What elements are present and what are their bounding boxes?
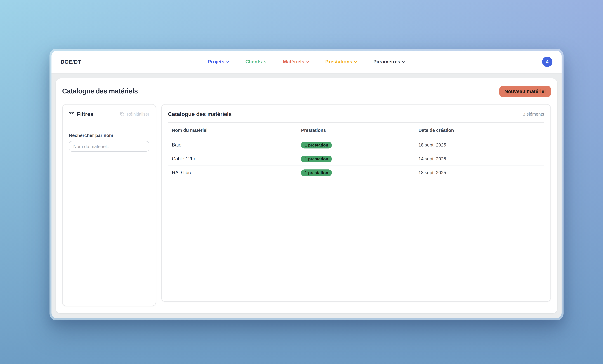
filters-header: Filtres Réinitialiser: [69, 111, 149, 117]
main-nav: Projets Clients Matériels Prestations: [208, 51, 406, 73]
table-row[interactable]: Baie 1 prestation 18 sept. 2025: [168, 138, 544, 152]
page-header: Catalogue des matériels Nouveau matériel: [62, 86, 551, 97]
search-input[interactable]: [69, 141, 149, 152]
user-avatar[interactable]: A: [542, 57, 552, 67]
nav-item-prestations[interactable]: Prestations: [325, 59, 358, 65]
prestations-cell: 1 prestation: [301, 169, 418, 176]
filters-reset-label: Réinitialiser: [127, 112, 149, 116]
prestations-cell: 1 prestation: [301, 142, 418, 148]
table-header-row: Nom du matériel Prestations Date de créa…: [168, 123, 544, 138]
reset-refresh-icon: [120, 112, 124, 116]
table-row[interactable]: RAD fibre 1 prestation 18 sept. 2025: [168, 166, 544, 179]
desktop-background: DOE/DT Projets Clients Matériels: [0, 0, 603, 364]
nav-item-projets[interactable]: Projets: [208, 59, 230, 65]
material-name: Baie: [168, 142, 301, 148]
nav-item-clients[interactable]: Clients: [245, 59, 267, 65]
nav-item-label: Matériels: [283, 59, 304, 65]
filters-title: Filtres: [77, 111, 93, 117]
chevron-down-icon: [354, 60, 358, 64]
page-title: Catalogue des matériels: [62, 88, 138, 95]
nav-item-label: Projets: [208, 59, 224, 65]
creation-date: 18 sept. 2025: [418, 143, 544, 147]
nav-item-parametres[interactable]: Paramètres: [373, 59, 406, 65]
filters-reset-button[interactable]: Réinitialiser: [120, 112, 149, 116]
filters-divider: [69, 123, 149, 123]
page-body: Catalogue des matériels Nouveau matériel…: [51, 73, 562, 318]
top-navbar: DOE/DT Projets Clients Matériels: [51, 51, 562, 73]
material-name: Cable 12Fo: [168, 156, 301, 161]
table-row[interactable]: Cable 12Fo 1 prestation 14 sept. 2025: [168, 152, 544, 166]
filter-funnel-icon: [69, 112, 74, 117]
catalog-title: Catalogue des matériels: [168, 111, 232, 117]
chevron-down-icon: [264, 60, 267, 64]
material-name: RAD fibre: [168, 170, 301, 175]
column-header-prestations: Prestations: [301, 128, 418, 133]
column-header-name: Nom du matériel: [168, 128, 301, 133]
app-window: DOE/DT Projets Clients Matériels: [49, 49, 564, 320]
nav-item-materiels[interactable]: Matériels: [283, 59, 310, 65]
catalog-panel: Catalogue des matériels 3 éléments Nom d…: [161, 104, 551, 302]
brand-logo[interactable]: DOE/DT: [61, 59, 81, 65]
creation-date: 18 sept. 2025: [418, 170, 544, 175]
main-content-card: Catalogue des matériels Nouveau matériel…: [56, 78, 557, 313]
items-count: 3 éléments: [523, 112, 544, 116]
app-window-inner: DOE/DT Projets Clients Matériels: [51, 51, 562, 318]
chevron-down-icon: [402, 60, 406, 64]
filters-title-wrap: Filtres: [69, 111, 93, 117]
prestations-cell: 1 prestation: [301, 156, 418, 162]
chevron-down-icon: [226, 60, 230, 64]
catalog-header: Catalogue des matériels 3 éléments: [168, 111, 544, 117]
search-by-name-label: Rechercher par nom: [69, 133, 149, 138]
prestations-badge: 1 prestation: [301, 169, 332, 176]
nav-item-label: Clients: [245, 59, 262, 65]
prestations-badge: 1 prestation: [301, 142, 332, 148]
prestations-badge: 1 prestation: [301, 156, 332, 162]
creation-date: 14 sept. 2025: [418, 156, 544, 161]
nav-item-label: Paramètres: [373, 59, 400, 65]
nav-item-label: Prestations: [325, 59, 352, 65]
filters-panel: Filtres Réinitialiser Rechercher par nom: [62, 104, 156, 306]
chevron-down-icon: [306, 60, 310, 64]
content-columns: Filtres Réinitialiser Rechercher par nom: [62, 104, 551, 306]
new-material-button[interactable]: Nouveau matériel: [499, 86, 551, 97]
column-header-date: Date de création: [418, 128, 544, 133]
